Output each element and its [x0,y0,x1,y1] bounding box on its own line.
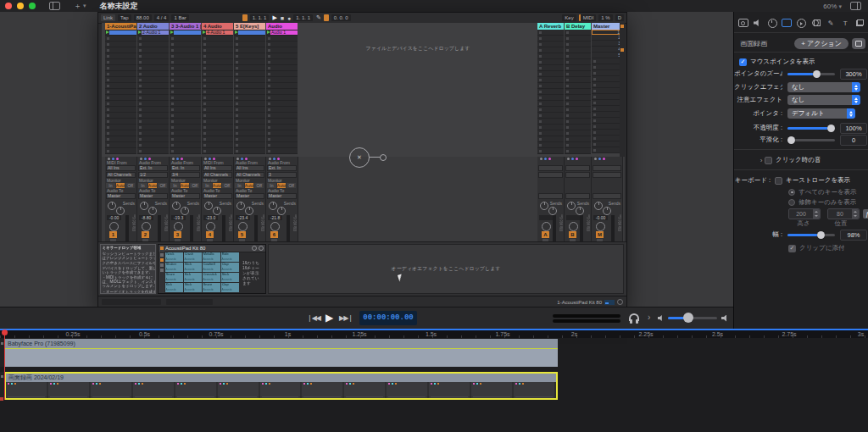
clip-stop-button[interactable] [236,55,238,58]
audio-effect-drop-area[interactable]: オーディオエフェクトをここへドロップします [268,244,624,294]
clip-slot[interactable] [202,53,233,59]
clip-slot[interactable] [202,65,233,71]
clip-slot[interactable] [266,65,298,71]
clip-stop-button[interactable] [236,126,238,129]
drum-pad[interactable]: StickAcoustic [221,273,239,282]
clip-slot[interactable] [105,42,136,47]
session-clip[interactable]: 2-Audio 1 [142,30,169,35]
clip-slot[interactable] [137,136,169,142]
track-header[interactable]: Master [592,23,622,30]
clip-stop-button[interactable] [171,97,174,99]
opacity-value[interactable]: 100% [840,123,867,134]
clip-stop-button[interactable] [171,49,174,52]
clip-stop-button[interactable] [139,49,142,52]
play-icon[interactable]: ▶ [272,14,276,21]
monitor-off-button[interactable]: Off [158,183,167,188]
clip-stop-button[interactable] [203,67,206,69]
return-slot[interactable] [537,89,564,95]
clip-stop-button[interactable] [268,91,270,93]
scene-slot[interactable]: 5 [592,53,622,58]
clip-stop-button[interactable] [171,126,174,129]
clip-stop-button[interactable] [171,37,174,40]
drum-pad[interactable]: StickAcoustic [184,263,202,272]
drum-pad[interactable]: SnareAcoustic [165,273,183,282]
return-slot[interactable] [565,53,591,59]
clip-slot[interactable] [105,30,136,36]
clip-slot[interactable] [202,71,233,77]
output-select[interactable]: Master [203,193,232,199]
clip-slot[interactable] [105,77,136,83]
return-slot[interactable] [537,65,564,71]
width-value[interactable]: 98% [840,230,867,241]
return-slot[interactable] [537,47,564,53]
clip-slot[interactable] [105,53,136,59]
clip-slot[interactable] [234,125,265,130]
clip-stop-button[interactable] [107,37,109,40]
toolbar-item[interactable]: 1 Bar [171,14,188,21]
clip-stop-button[interactable] [139,79,142,81]
return-slot[interactable] [537,71,564,77]
clip-slot[interactable] [170,113,201,119]
output-select[interactable]: Master [170,193,200,199]
monitor-auto-button[interactable]: Auto [116,183,125,188]
fold-icon[interactable] [259,246,264,251]
channel-select[interactable] [565,172,590,178]
clip-slot[interactable] [202,125,233,130]
clip-stop-button[interactable] [268,132,270,135]
monitor-in-button[interactable]: In [267,183,276,188]
scene-slot[interactable] [592,58,622,64]
return-slot[interactable] [565,89,591,95]
track-activator-button[interactable]: 3 [174,231,181,238]
clip-slot[interactable] [137,71,169,77]
volume-max-icon[interactable] [721,315,730,322]
return-slot[interactable] [537,119,564,125]
return-slot[interactable] [565,130,591,136]
clip-slot[interactable] [266,77,298,83]
pointer-style-select[interactable]: デフォルト [787,108,855,119]
scene-slot[interactable] [592,147,622,153]
scene-number[interactable]: 4 [592,47,622,52]
clip-slot[interactable] [170,95,201,101]
track-header[interactable]: 5 E[Keys] [234,23,265,30]
output-select[interactable]: Master [267,193,297,199]
clip-slot[interactable] [105,89,136,95]
clip-slot[interactable] [266,71,298,77]
clip-slot[interactable] [137,119,169,125]
clip-slot[interactable] [170,101,201,107]
clip-slot[interactable] [170,47,201,53]
clip-stop-button[interactable] [171,150,174,152]
clip-stop-button[interactable] [236,85,238,87]
clip-slot[interactable] [202,136,233,142]
clip-stop-button[interactable] [107,138,109,141]
tab-screen-icon[interactable] [782,18,793,28]
clip-slot[interactable] [234,130,265,136]
clip-slot[interactable] [137,77,169,83]
clip-stop-button[interactable] [139,120,142,123]
scene-number[interactable]: 3 [592,41,622,46]
send-a-knob[interactable] [140,202,148,210]
clip-stop-button[interactable] [107,73,109,75]
clip-stop-button[interactable] [203,126,206,129]
selected-empty-slot[interactable] [174,30,201,35]
clip-stop-button[interactable] [107,61,109,64]
drum-pad[interactable]: KickAcoustic [184,273,202,282]
audio-track-icon[interactable] [1,342,3,345]
clip-slot[interactable] [170,42,201,47]
clip-slot[interactable] [105,119,136,125]
send-a-knob[interactable] [594,202,603,210]
clip-stop-button[interactable] [139,150,142,152]
scene-slot[interactable] [592,88,622,94]
clip-slot[interactable] [105,113,136,119]
clip-stop-button[interactable] [171,61,174,64]
clip-stop-button[interactable] [236,43,238,46]
pointer-widget-handle[interactable] [380,154,387,161]
clip-slot[interactable] [266,95,298,101]
scene-slot[interactable] [592,118,622,124]
drum-pad[interactable]: MetallicAcoustic [203,252,220,262]
clip-slot[interactable] [234,53,265,59]
clip-slot[interactable]: Audio 1 [266,30,298,36]
scene-slot[interactable] [592,82,622,88]
clip-stop-button[interactable] [139,102,142,105]
clip-stop-button[interactable] [139,144,142,147]
return-slot[interactable] [537,30,564,36]
